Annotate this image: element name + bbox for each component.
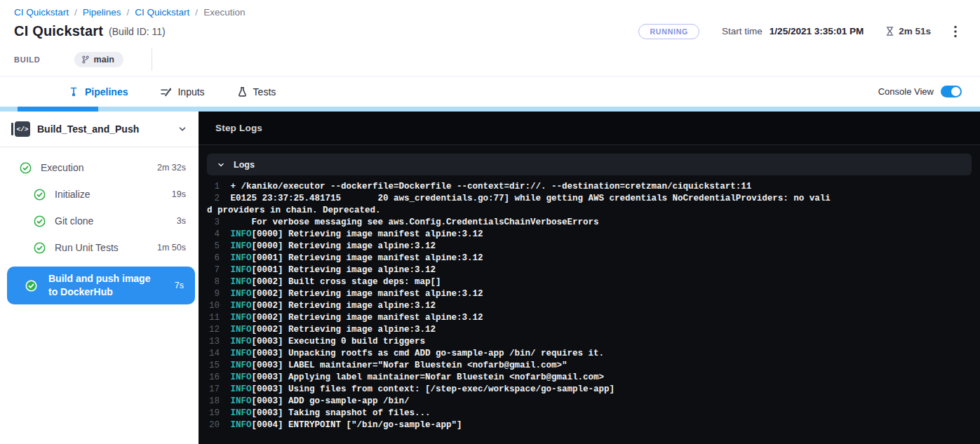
start-time-value: 1/25/2021 3:35:01 PM bbox=[770, 26, 864, 36]
step-git-clone[interactable]: Git clone3s bbox=[0, 208, 199, 234]
pipeline-icon bbox=[68, 86, 79, 97]
tab-bar: Pipelines Inputs Tests Console View bbox=[0, 76, 980, 107]
log-level-info: INFO bbox=[231, 253, 252, 263]
step-duration: 19s bbox=[172, 189, 199, 199]
chevron-down-icon[interactable] bbox=[177, 124, 187, 134]
log-line-number: 2 bbox=[207, 193, 220, 205]
success-check-icon bbox=[20, 162, 32, 174]
log-text: [0002] Retrieving image manifest alpine:… bbox=[252, 313, 483, 323]
breadcrumb-separator: / bbox=[127, 7, 130, 18]
breadcrumb-pipelines[interactable]: Pipelines bbox=[83, 7, 121, 18]
log-line-number: 16 bbox=[207, 372, 220, 384]
logs-section-title: Logs bbox=[234, 160, 255, 170]
log-text: [0002] Retrieving image alpine:3.12 bbox=[252, 325, 436, 335]
tab-tests[interactable]: Tests bbox=[237, 86, 276, 97]
tab-label: Tests bbox=[253, 86, 276, 97]
log-text: [0003] ADD go-sample-app /bin/ bbox=[252, 396, 410, 406]
step-label: Run Unit Tests bbox=[55, 242, 119, 253]
success-check-icon bbox=[34, 242, 46, 254]
main-content: </> Build_Test_and_Push Execution2m 32sI… bbox=[0, 112, 980, 444]
breadcrumb-separator: / bbox=[195, 7, 198, 18]
tab-inputs[interactable]: Inputs bbox=[160, 86, 204, 97]
log-line-number: 6 bbox=[207, 253, 220, 264]
log-text: [0003] LABEL maintainer="Nofar Bluestein… bbox=[252, 361, 568, 370]
inputs-edit-icon bbox=[160, 86, 172, 97]
log-line: 5 INFO[0000] Retrieving image alpine:3.1… bbox=[207, 241, 972, 253]
log-line: 18 INFO[0003] ADD go-sample-app /bin/ bbox=[207, 396, 972, 408]
start-time-label: Start time bbox=[722, 26, 763, 36]
log-line: 3 For verbose messaging see aws.Config.C… bbox=[207, 217, 972, 229]
pipeline-progress-bar bbox=[0, 107, 980, 112]
log-line: 15 INFO[0003] LABEL maintainer="Nofar Bl… bbox=[207, 360, 972, 372]
log-line-number: 18 bbox=[207, 396, 220, 408]
log-line-number: 4 bbox=[207, 229, 220, 241]
log-line: 13 INFO[0003] Executing 0 build triggers bbox=[207, 336, 972, 348]
log-line-number: 17 bbox=[207, 384, 220, 396]
step-run-unit-tests[interactable]: Run Unit Tests1m 50s bbox=[0, 234, 199, 261]
log-body: Logs 1 + /kaniko/executor --dockerfile=D… bbox=[199, 145, 980, 440]
stage-name: Build_Test_and_Push bbox=[37, 123, 139, 135]
log-line-number: 12 bbox=[207, 324, 220, 336]
log-line-number: 19 bbox=[207, 408, 220, 419]
step-build-and-push-image-to-dockerhub[interactable]: Build and push image to DockerHub7s bbox=[7, 267, 195, 304]
step-duration: 7s bbox=[175, 281, 195, 290]
console-view-toggle[interactable] bbox=[941, 86, 962, 97]
execution-sidebar: </> Build_Test_and_Push Execution2m 32sI… bbox=[0, 112, 199, 444]
tab-pipelines[interactable]: Pipelines bbox=[68, 86, 128, 97]
step-execution[interactable]: Execution2m 32s bbox=[0, 154, 199, 181]
log-line-number: 15 bbox=[207, 360, 220, 372]
step-label: Build and push image to DockerHub bbox=[48, 272, 159, 299]
success-check-icon bbox=[34, 215, 46, 227]
log-text: [0003] Taking snapshot of files... bbox=[252, 408, 431, 418]
log-line-number: 9 bbox=[207, 288, 220, 300]
hourglass-icon bbox=[885, 26, 895, 36]
log-text: [0003] Applying label maintainer=Nofar B… bbox=[252, 372, 605, 382]
breadcrumb-ci-quickstart[interactable]: CI Quickstart bbox=[14, 7, 69, 18]
log-line-number: 14 bbox=[207, 348, 220, 360]
log-level-info: INFO bbox=[231, 372, 252, 382]
logs-section-toggle[interactable]: Logs bbox=[207, 154, 972, 175]
log-text: [0000] Retrieving image manifest alpine:… bbox=[252, 229, 483, 239]
console-view-control: Console View bbox=[878, 86, 980, 97]
log-text: [0000] Retrieving image alpine:3.12 bbox=[252, 241, 436, 251]
log-line: 17 INFO[0003] Using files from context: … bbox=[207, 384, 972, 396]
log-line: 4 INFO[0000] Retrieving image manifest a… bbox=[207, 229, 972, 241]
log-line-number: 20 bbox=[207, 419, 220, 431]
log-line: 12 INFO[0002] Retrieving image alpine:3.… bbox=[207, 324, 972, 336]
log-text: [0002] Retrieving image alpine:3.12 bbox=[252, 301, 436, 311]
git-branch-icon bbox=[81, 55, 90, 65]
log-text: E0125 23:37:25.481715 20 aws_credentials… bbox=[207, 194, 831, 215]
log-level-info: INFO bbox=[231, 384, 252, 394]
log-text: [0004] ENTRYPOINT ["/bin/go-sample-app"] bbox=[252, 420, 462, 430]
build-id-label: (Build ID: 11) bbox=[109, 26, 166, 37]
branch-name: main bbox=[94, 55, 114, 65]
log-line: 14 INFO[0003] Unpacking rootfs as cmd AD… bbox=[207, 348, 972, 360]
log-line-number: 3 bbox=[207, 217, 220, 229]
log-line: 6 INFO[0001] Retrieving image manifest a… bbox=[207, 253, 972, 264]
log-line-number: 5 bbox=[207, 241, 220, 253]
status-badge: RUNNING bbox=[638, 24, 699, 39]
step-initialize[interactable]: Initialize19s bbox=[0, 181, 199, 208]
log-line: 1 + /kaniko/executor --dockerfile=Docker… bbox=[207, 181, 972, 193]
log-line-number: 13 bbox=[207, 336, 220, 348]
breadcrumb-ci-quickstart[interactable]: CI Quickstart bbox=[135, 7, 189, 18]
progress-indicator bbox=[18, 107, 98, 112]
tab-label: Pipelines bbox=[85, 86, 128, 97]
log-line-number: 1 bbox=[207, 181, 220, 193]
stage-code-icon: </> bbox=[11, 121, 30, 137]
chevron-down-icon bbox=[217, 161, 225, 169]
stage-header[interactable]: </> Build_Test_and_Push bbox=[0, 112, 199, 147]
log-line: 11 INFO[0002] Retrieving image manifest … bbox=[207, 312, 972, 324]
kebab-menu-icon[interactable] bbox=[948, 24, 963, 39]
log-line: 10 INFO[0002] Retrieving image alpine:3.… bbox=[207, 300, 972, 312]
page-header: CI Quickstart/Pipelines/CI Quickstart/Ex… bbox=[0, 0, 980, 76]
log-line: 2 E0125 23:37:25.481715 20 aws_credentia… bbox=[207, 193, 972, 217]
step-label: Initialize bbox=[55, 189, 90, 200]
log-level-info: INFO bbox=[231, 396, 252, 406]
log-line: 9 INFO[0002] Retrieving image manifest a… bbox=[207, 288, 972, 300]
page-title: CI Quickstart bbox=[14, 23, 103, 39]
log-text: [0003] Executing 0 build triggers bbox=[252, 337, 426, 347]
log-text: [0003] Unpacking rootfs as cmd ADD go-sa… bbox=[252, 349, 605, 358]
log-line-number: 8 bbox=[207, 276, 220, 288]
branch-chip[interactable]: main bbox=[74, 52, 123, 67]
